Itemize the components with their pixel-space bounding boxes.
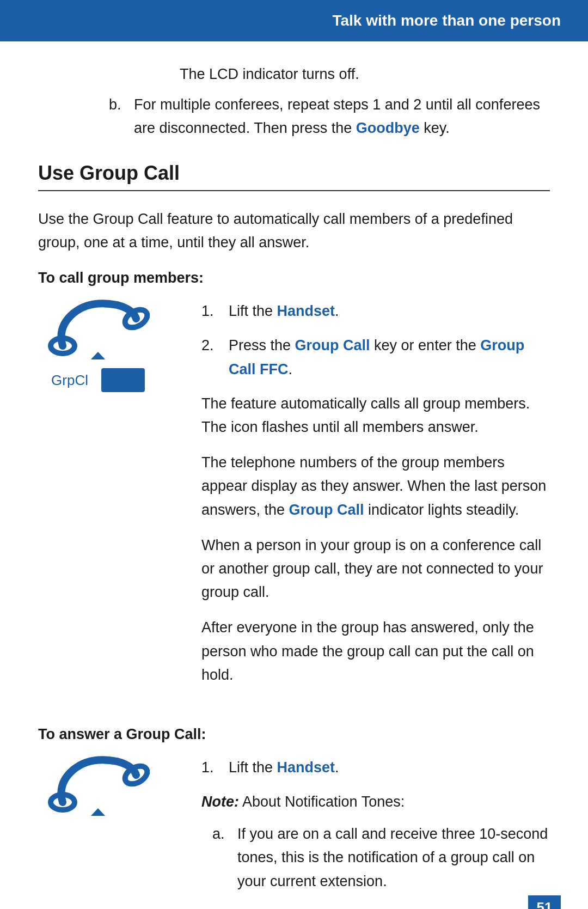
call-right-col: 1. Lift the Handset. 2. Press the Group … [201,300,550,699]
step-2-text: Press the Group Call key or enter the Gr… [229,334,550,381]
svg-marker-6 [90,808,106,816]
intro-b-text: For multiple conferees, repeat steps 1 a… [134,93,550,140]
answer-phone-icon-area [38,756,158,816]
group-call-ffc-link: Group Call FFC [229,337,524,377]
group-call-link: Group Call [295,337,370,353]
step-answer-1-num: 1. [201,756,229,779]
subsection-call: To call group members: [38,270,550,286]
header-bar: Talk with more than one person [0,0,588,41]
step-2-num: 2. [201,334,229,357]
grpcl-row: GrpCl [51,368,145,392]
call-members-layout: GrpCl 1. Lift the Handset. 2. Press the … [38,300,550,699]
intro-b-label: b. [109,93,134,140]
call-para-1: The feature automatically calls all grou… [201,392,550,439]
svg-marker-2 [90,352,106,359]
answer-left-col [38,756,201,893]
section-desc: Use the Group Call feature to automatica… [38,208,550,254]
step-answer-1-text: Lift the Handset. [229,756,550,779]
group-call-indicator: Group Call [289,502,364,518]
step-call-2: 2. Press the Group Call key or enter the… [201,334,550,381]
handset-link-1: Handset [277,303,335,319]
call-para-4: After everyone in the group has answered… [201,616,550,687]
step-1-num: 1. [201,300,229,323]
note-label: Note: [201,794,239,810]
note-text: About Notification Tones: [242,794,405,810]
call-para-2: The telephone numbers of the group membe… [201,451,550,522]
handset-icon [46,300,150,359]
handset-link-2: Handset [277,759,335,776]
page-number: 51 [537,899,553,909]
lcd-text: The LCD indicator turns off. [180,63,550,86]
grpcl-button [101,368,145,392]
sub-item-a-label: a. [212,822,237,893]
section-heading: Use Group Call [38,162,550,191]
step-call-1: 1. Lift the Handset. [201,300,550,323]
answer-layout: 1. Lift the Handset. Note: About Notific… [38,756,550,893]
header-title: Talk with more than one person [332,12,561,29]
page-number-area: 51 [528,895,561,909]
call-left-col: GrpCl [38,300,201,699]
answer-right-col: 1. Lift the Handset. Note: About Notific… [201,756,550,893]
subsection-answer: To answer a Group Call: [38,726,550,743]
call-para-3: When a person in your group is on a conf… [201,534,550,605]
goodbye-link: Goodbye [356,120,420,136]
phone-icon-area: GrpCl [38,300,158,392]
note-block: Note: About Notification Tones: [201,790,550,814]
intro-b-item: b. For multiple conferees, repeat steps … [109,93,550,140]
step-1-text: Lift the Handset. [229,300,550,323]
sub-item-a-text: If you are on a call and receive three 1… [237,822,550,893]
answer-section: To answer a Group Call: 1. [38,726,550,893]
sub-item-a: a. If you are on a call and receive thre… [212,822,550,893]
answer-handset-icon [46,756,150,816]
step-answer-1: 1. Lift the Handset. [201,756,550,779]
grpcl-label: GrpCl [51,372,88,389]
